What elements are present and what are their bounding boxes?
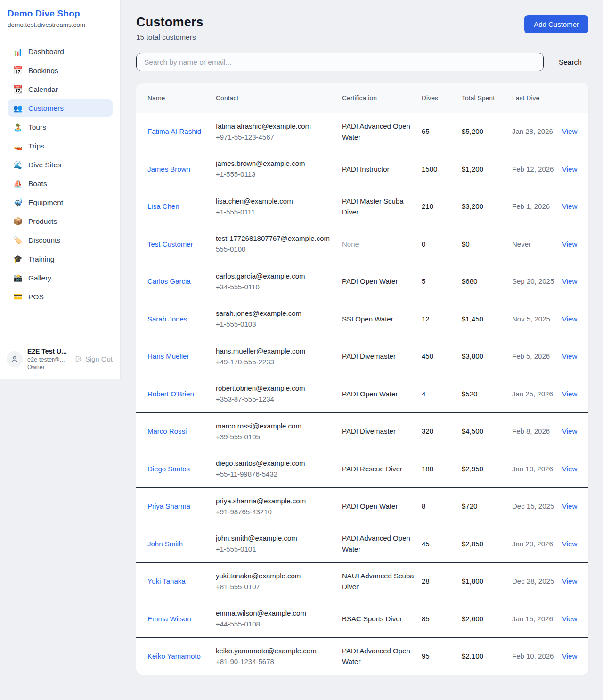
customer-name-link[interactable]: James Brown (147, 165, 190, 173)
column-header-dives: Dives (422, 83, 462, 113)
view-customer-link[interactable]: View (562, 390, 577, 398)
view-customer-link[interactable]: View (562, 615, 577, 623)
sidebar-user-footer: E2E Test U... e2e-tester@... Owner Sign … (0, 341, 120, 379)
sidebar-item-bookings[interactable]: 📅 Bookings (8, 62, 113, 79)
customer-name-link[interactable]: Keiko Yamamoto (147, 652, 201, 660)
view-customer-link[interactable]: View (562, 427, 577, 435)
customer-certification: NAUI Advanced Scuba Diver (342, 572, 414, 591)
sidebar-item-calendar[interactable]: 📆 Calendar (8, 81, 113, 98)
table-row: John Smith john.smith@example.com +1-555… (136, 525, 588, 563)
sidebar-item-equipment[interactable]: 🤿 Equipment (8, 194, 113, 211)
customer-email: marco.rossi@example.com (216, 420, 335, 431)
sidebar-item-boats[interactable]: ⛵ Boats (8, 175, 113, 192)
customer-name-link[interactable]: Sarah Jones (147, 315, 187, 323)
add-customer-button[interactable]: Add Customer (524, 15, 588, 33)
shop-domain: demo.test.divestreams.com (8, 21, 113, 28)
sidebar-item-trips[interactable]: 🚤 Trips (8, 137, 113, 155)
customer-email: sarah.jones@example.com (216, 308, 335, 319)
customer-last-dive: Feb 5, 2026 (512, 352, 550, 360)
view-customer-link[interactable]: View (562, 502, 577, 510)
view-customer-link[interactable]: View (562, 165, 577, 173)
view-customer-link[interactable]: View (562, 352, 577, 360)
customer-email: robert.obrien@example.com (216, 383, 335, 394)
customer-name-link[interactable]: Carlos Garcia (147, 277, 191, 285)
customer-name-link[interactable]: Lisa Chen (147, 202, 179, 210)
customer-name-link[interactable]: Hans Mueller (147, 352, 189, 360)
sidebar-item-tours[interactable]: 🏝️ Tours (8, 118, 113, 136)
customer-certification: PADI Rescue Diver (342, 465, 402, 473)
customer-name-link[interactable]: Diego Santos (147, 465, 190, 473)
customer-total-spent: $680 (462, 277, 477, 285)
calendar-date-icon: 📅 (13, 66, 23, 75)
customer-certification: SSI Open Water (342, 315, 393, 323)
customer-email: james.brown@example.com (216, 158, 335, 169)
customer-certification: PADI Advanced Open Water (342, 534, 410, 553)
view-customer-link[interactable]: View (562, 465, 577, 473)
sidebar-item-training[interactable]: 🎓 Training (8, 250, 113, 268)
customer-name-link[interactable]: Fatima Al-Rashid (147, 127, 201, 135)
customer-dives: 450 (422, 352, 433, 360)
person-icon (10, 355, 19, 363)
search-input[interactable] (136, 53, 544, 71)
customer-dives: 45 (422, 540, 430, 548)
sidebar-item-pos[interactable]: 💳 POS (8, 288, 113, 305)
customer-total-spent: $1,200 (462, 165, 483, 173)
sidebar-item-gallery[interactable]: 📸 Gallery (8, 269, 113, 287)
customer-count: 15 total customers (136, 33, 204, 41)
table-row: Test Customer test-1772681807767@example… (136, 225, 588, 263)
package-icon: 📦 (13, 217, 23, 226)
table-row: Fatima Al-Rashid fatima.alrashid@example… (136, 113, 588, 150)
customer-last-dive: Nov 5, 2025 (512, 315, 550, 323)
page-title: Customers (136, 15, 204, 30)
sidebar-item-products[interactable]: 📦 Products (8, 213, 113, 230)
sidebar-item-label: Boats (28, 180, 47, 188)
main-content: Customers 15 total customers Add Custome… (121, 0, 603, 686)
customer-total-spent: $2,100 (462, 652, 483, 660)
view-customer-link[interactable]: View (562, 652, 577, 660)
customer-name-link[interactable]: Test Customer (147, 240, 193, 248)
view-customer-link[interactable]: View (562, 277, 577, 285)
view-customer-link[interactable]: View (562, 202, 577, 210)
view-customer-link[interactable]: View (562, 577, 577, 585)
column-header-total-spent: Total Spent (462, 83, 512, 113)
table-row: Yuki Tanaka yuki.tanaka@example.com +81-… (136, 562, 588, 600)
column-header-last-dive: Last Dive (512, 83, 562, 113)
sidebar-item-label: Dive Sites (28, 161, 61, 169)
column-header-contact: Contact (216, 83, 342, 113)
page-header: Customers 15 total customers Add Custome… (136, 15, 588, 41)
customer-name-link[interactable]: Emma Wilson (147, 615, 191, 623)
sidebar-item-dive-sites[interactable]: 🌊 Dive Sites (8, 156, 113, 173)
user-info: E2E Test U... e2e-tester@... Owner (27, 347, 70, 371)
sidebar-item-label: Trips (28, 142, 44, 150)
customer-total-spent: $2,950 (462, 465, 483, 473)
customer-last-dive: Jan 15, 2026 (512, 615, 553, 623)
customer-phone: +1-555-0113 (216, 169, 335, 180)
customer-name-link[interactable]: Priya Sharma (147, 502, 190, 510)
customer-name-link[interactable]: Yuki Tanaka (147, 577, 186, 585)
view-customer-link[interactable]: View (562, 315, 577, 323)
view-customer-link[interactable]: View (562, 127, 577, 135)
customer-name-link[interactable]: Marco Rossi (147, 427, 187, 435)
label-tag-icon: 🏷️ (13, 236, 23, 245)
sign-out-button[interactable]: Sign Out (74, 355, 114, 363)
diving-mask-icon: 🤿 (13, 198, 23, 207)
customer-phone: +91-98765-43210 (216, 506, 335, 517)
customer-name-link[interactable]: John Smith (147, 540, 183, 548)
customer-email: lisa.chen@example.com (216, 196, 335, 206)
customers-table: Name Contact Certification Dives Total S… (136, 83, 588, 675)
search-button[interactable]: Search (552, 54, 588, 70)
view-customer-link[interactable]: View (562, 540, 577, 548)
customer-certification: PADI Advanced Open Water (342, 647, 410, 666)
customer-certification: PADI Open Water (342, 502, 398, 510)
sidebar-item-dashboard[interactable]: 📊 Dashboard (8, 43, 113, 60)
sidebar-item-customers[interactable]: 👥 Customers (8, 99, 113, 117)
customer-phone: +49-170-555-2233 (216, 356, 335, 367)
island-icon: 🏝️ (13, 123, 23, 132)
sidebar-item-label: Calendar (28, 85, 58, 94)
customer-dives: 85 (422, 615, 430, 623)
sidebar-item-discounts[interactable]: 🏷️ Discounts (8, 231, 113, 249)
customer-name-link[interactable]: Robert O'Brien (147, 390, 194, 398)
table-row: Marco Rossi marco.rossi@example.com +39-… (136, 412, 588, 450)
view-customer-link[interactable]: View (562, 240, 577, 248)
column-header-name: Name (136, 83, 216, 113)
